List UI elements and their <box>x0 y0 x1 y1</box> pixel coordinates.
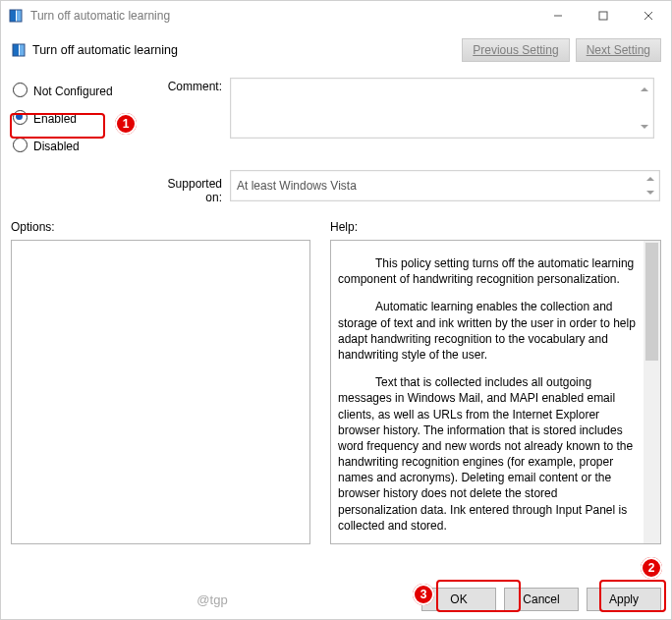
chevron-up-icon[interactable] <box>643 172 658 186</box>
help-scrollbar[interactable] <box>644 241 660 543</box>
svg-rect-3 <box>599 12 607 20</box>
radio-disabled[interactable]: Disabled <box>13 137 153 156</box>
supported-textbox: At least Windows Vista <box>230 170 660 201</box>
cancel-button[interactable]: Cancel <box>504 588 579 611</box>
help-text: This policy setting turns off the automa… <box>332 242 644 542</box>
comment-label: Comment: <box>153 78 222 164</box>
close-button[interactable] <box>626 1 671 30</box>
annotation-circle-2: 2 <box>641 557 662 579</box>
scrollbar-thumb[interactable] <box>645 243 658 361</box>
maximize-button[interactable] <box>581 1 626 30</box>
supported-label: Supported on: <box>153 170 222 204</box>
row-state-comment: Not Configured Enabled Disabled Comment: <box>11 78 661 164</box>
title-bar: Turn off automatic learning <box>1 1 671 30</box>
dialog-footer: @tgp OK Cancel Apply <box>1 580 671 619</box>
comment-spinner[interactable] <box>637 80 652 137</box>
next-setting-button[interactable]: Next Setting <box>576 38 661 62</box>
policy-header: Turn off automatic learning Previous Set… <box>11 38 661 62</box>
supported-value: At least Windows Vista <box>237 179 357 193</box>
supported-spinner[interactable] <box>643 172 658 199</box>
svg-rect-1 <box>17 10 22 22</box>
svg-rect-4 <box>13 44 19 56</box>
help-box: This policy setting turns off the automa… <box>330 240 661 544</box>
chevron-down-icon[interactable] <box>643 186 658 199</box>
gp-editor-window: Turn off automatic learning Turn off aut… <box>0 0 672 620</box>
chevron-down-icon[interactable] <box>637 118 652 137</box>
panes: Options: Help: This policy setting turns… <box>11 220 661 544</box>
svg-rect-0 <box>10 10 16 22</box>
window-title: Turn off automatic learning <box>30 9 170 23</box>
options-box[interactable] <box>11 240 310 544</box>
help-pane: Help: This policy setting turns off the … <box>330 220 661 544</box>
chevron-up-icon[interactable] <box>637 80 652 98</box>
radio-label: Disabled <box>33 140 80 153</box>
app-icon <box>8 8 24 24</box>
minimize-button[interactable] <box>535 1 581 30</box>
row-supported: Supported on: At least Windows Vista <box>11 170 661 204</box>
options-pane: Options: <box>11 220 310 544</box>
help-label: Help: <box>330 220 661 234</box>
watermark: @tgp <box>11 592 414 607</box>
radio-label: Enabled <box>33 112 77 126</box>
radio-label: Not Configured <box>33 85 113 98</box>
policy-icon <box>11 42 27 58</box>
client-area: Turn off automatic learning Previous Set… <box>1 30 671 580</box>
apply-button[interactable]: Apply <box>587 588 661 611</box>
annotation-circle-1: 1 <box>115 113 137 135</box>
policy-title: Turn off automatic learning <box>32 43 178 57</box>
comment-textbox[interactable] <box>230 78 654 139</box>
annotation-circle-3: 3 <box>413 584 434 605</box>
radio-not-configured[interactable]: Not Configured <box>13 82 153 101</box>
options-label: Options: <box>11 220 310 234</box>
svg-rect-5 <box>20 44 25 56</box>
previous-setting-button[interactable]: Previous Setting <box>462 38 569 62</box>
